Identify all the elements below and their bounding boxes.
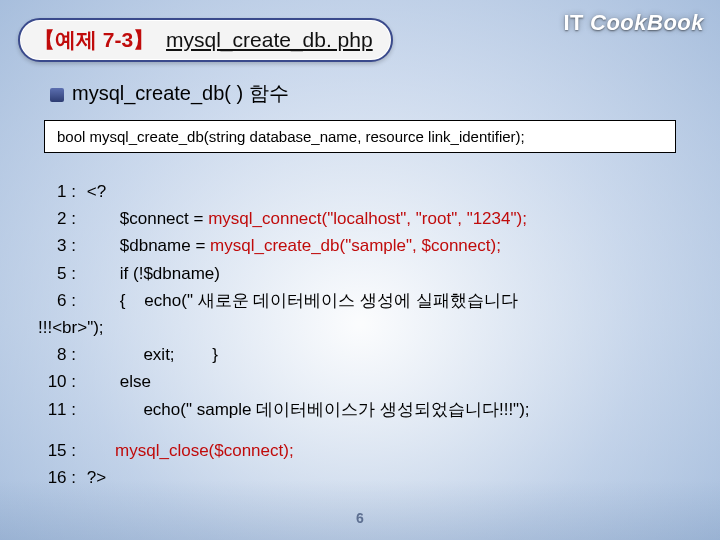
lineno: 15 : bbox=[38, 437, 82, 464]
lineno: 2 : bbox=[38, 205, 82, 232]
lineno: 1 : bbox=[38, 178, 82, 205]
lineno: 8 : bbox=[38, 341, 82, 368]
example-badge: 【예제 7-3】 mysql_create_db. php bbox=[18, 18, 393, 62]
page-number: 6 bbox=[0, 510, 720, 526]
example-filename: mysql_create_db. php bbox=[166, 28, 373, 51]
lineno: 6 : bbox=[38, 287, 82, 314]
code-line: echo(" sample 데이터베이스가 생성되었습니다!!!"); bbox=[82, 400, 530, 419]
lineno: 5 : bbox=[38, 260, 82, 287]
bullet-icon bbox=[50, 88, 64, 102]
code-line: ?> bbox=[82, 468, 106, 487]
brand-logo: ITCookBook bbox=[563, 10, 704, 36]
code-highlight: mysql_close($connect); bbox=[82, 441, 294, 460]
code-line: else bbox=[82, 372, 151, 391]
code-line: $connect = bbox=[82, 209, 208, 228]
section-bullet: mysql_create_db( ) 함수 bbox=[50, 80, 289, 107]
function-signature-box: bool mysql_create_db(string database_nam… bbox=[44, 120, 676, 153]
code-line: $dbname = bbox=[82, 236, 210, 255]
example-label: 【예제 7-3】 bbox=[34, 28, 154, 51]
brand-cookbook: CookBook bbox=[590, 10, 704, 35]
code-line: exit; } bbox=[82, 345, 218, 364]
lineno: 16 : bbox=[38, 464, 82, 491]
lineno: 10 : bbox=[38, 368, 82, 395]
code-line: !!!<br>"); bbox=[38, 318, 104, 337]
code-line: <? bbox=[82, 182, 106, 201]
code-line: { echo(" 새로운 데이터베이스 생성에 실패했습니다 bbox=[82, 291, 518, 310]
code-line: if (!$dbname) bbox=[82, 264, 220, 283]
bullet-text: mysql_create_db( ) 함수 bbox=[72, 82, 289, 104]
function-signature: bool mysql_create_db(string database_nam… bbox=[57, 128, 525, 145]
lineno: 11 : bbox=[38, 396, 82, 423]
code-highlight: mysql_connect("localhost", "root", "1234… bbox=[208, 209, 527, 228]
lineno: 3 : bbox=[38, 232, 82, 259]
code-highlight: mysql_create_db("sample", $connect); bbox=[210, 236, 501, 255]
brand-it: IT bbox=[563, 10, 584, 35]
code-block: 1 : <? 2 : $connect = mysql_connect("loc… bbox=[38, 178, 688, 491]
